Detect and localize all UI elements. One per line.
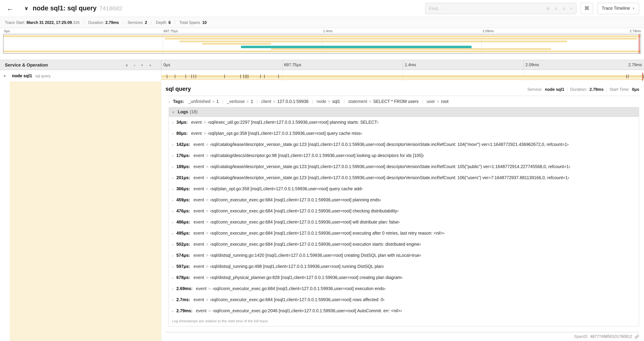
tag-item[interactable]: _unfinished=1: [188, 99, 219, 104]
ruler-tick-label: 1.4ms: [403, 62, 416, 67]
collapse-all-icon[interactable]: »: [140, 64, 144, 66]
logs-footnote: Log timestamps are relative to the start…: [169, 316, 639, 326]
log-entry[interactable]: ›597μs:event=‹sql/distsql_running.go:498…: [169, 261, 639, 272]
log-field-value: ‹sql/distsql_physical_planner.go:828 [ns…: [210, 275, 403, 280]
span-bar-area[interactable]: [161, 70, 644, 82]
logs-header[interactable]: ∨ Logs (18): [169, 107, 639, 117]
log-entry[interactable]: ›459μs:event=‹sql/conn_executor_exec.go:…: [169, 194, 639, 205]
service-operation-header: Service & Operation ∨›»»: [0, 60, 161, 70]
log-entry[interactable]: ›476μs:event=‹sql/conn_executor_exec.go:…: [169, 205, 639, 217]
span-bar[interactable]: [161, 78, 644, 80]
tag-item[interactable]: user=root: [426, 99, 448, 104]
tag-item[interactable]: node=sql1: [317, 99, 340, 104]
tags-row[interactable]: › Tags: _unfinished=1|_verbose=1|client=…: [168, 96, 639, 107]
keyboard-shortcuts-button[interactable]: ⌘: [581, 3, 593, 14]
summary-value: 2.79ms: [106, 20, 119, 25]
log-entry[interactable]: ›142μs:event=‹sql/catalog/lease/descript…: [169, 139, 639, 150]
log-field-name: event: [191, 131, 202, 136]
clear-search-icon[interactable]: ×: [570, 6, 573, 11]
log-field-value: ‹sql/catalog/descs/descriptor.go:98 [nsq…: [210, 153, 424, 158]
log-entry[interactable]: ›502μs:event=‹sql/conn_executor_exec.go:…: [169, 239, 639, 250]
jaeger-trace-page: ← ∨ node sql1: sql query7418682 ⊕∧∨× ⌘ T…: [0, 0, 644, 341]
span-id-label: SpanID:: [574, 334, 588, 338]
summary-item-duration: Duration2.79ms: [84, 20, 123, 25]
back-button[interactable]: ←: [4, 3, 16, 14]
logs-section: ∨ Logs (18) ›34μs:event=‹sql/exec_util.g…: [168, 107, 639, 326]
top-bar-controls: ⊕∧∨× ⌘ Trace Timeline ∨: [425, 3, 639, 14]
log-field-value: ‹sql/exec_util.go:2297 [nsql1,client=127…: [208, 120, 378, 125]
tag-separator: |: [256, 99, 258, 104]
log-field-value: ‹sql/conn_executor_exec.go:684 [nsql1,cl…: [210, 297, 384, 302]
log-event-tick: [278, 75, 279, 78]
tag-key: _unfinished: [188, 99, 210, 104]
log-timestamp: 459μs:: [176, 198, 190, 202]
expand-all-icon[interactable]: »: [149, 63, 151, 67]
log-field-name: event: [194, 186, 204, 191]
trace-end-marker: [639, 34, 640, 53]
log-entry[interactable]: ›574μs:event=‹sql/distsql_running.go:142…: [169, 250, 639, 261]
chevron-right-icon: ›: [172, 242, 173, 246]
log-entry[interactable]: ›2.7ms:event=‹sql/conn_executor_exec.go:…: [169, 294, 639, 305]
tag-item[interactable]: _verbose=1: [227, 99, 253, 104]
equals-sign: =: [208, 308, 211, 313]
log-entry[interactable]: ›486μs:event=‹sql/conn_executor_exec.go:…: [169, 217, 639, 228]
tag-value: root: [441, 99, 448, 104]
tag-item[interactable]: statement=SELECT * FROM users: [348, 99, 418, 104]
log-field-name: event: [196, 308, 206, 313]
summary-item-depth: Depth6: [151, 20, 175, 25]
log-field-name: event: [194, 164, 204, 169]
chevron-right-icon: ›: [172, 276, 173, 279]
chevron-right-icon: ›: [172, 265, 173, 268]
minimap-canvas[interactable]: [3, 34, 641, 54]
find-input[interactable]: [429, 6, 542, 11]
expand-one-icon[interactable]: ›: [134, 63, 135, 67]
log-entry[interactable]: ›176μs:event=‹sql/catalog/descs/descript…: [169, 150, 639, 161]
log-entry[interactable]: ›80μs:event=‹sql/plan_opt.go:358 [nsql1,…: [169, 128, 639, 139]
log-field-value: ‹sql/plan_opt.go:358 [nsql1,client=127.0…: [210, 186, 363, 191]
prev-result-icon[interactable]: ∧: [554, 6, 558, 11]
log-entry[interactable]: ›201μs:event=‹sql/catalog/lease/descript…: [169, 172, 639, 183]
duration-label: Duration:: [570, 87, 587, 92]
summary-value-fraction: .326: [72, 20, 80, 25]
log-field-value: ‹sql/distsql_running.go:498 [nsql1,clien…: [210, 264, 384, 269]
collapse-one-icon[interactable]: ∨: [125, 63, 128, 68]
next-result-icon[interactable]: ∨: [562, 6, 566, 11]
find-icons: ⊕∧∨×: [542, 6, 573, 11]
chevron-right-icon: ›: [172, 253, 173, 257]
tag-value: 1: [216, 99, 219, 104]
log-timestamp: 80μs:: [176, 131, 188, 136]
log-entry[interactable]: ›2.69ms:event=‹sql/conn_executor_exec.go…: [169, 283, 639, 294]
log-entry[interactable]: ›34μs:event=‹sql/exec_util.go:2297 [nsql…: [169, 117, 639, 128]
minimap-gridline: [163, 34, 163, 53]
deep-link-icon[interactable]: [635, 334, 639, 339]
meta-separator: |: [606, 87, 607, 92]
chevron-down-icon[interactable]: ∨: [4, 74, 6, 78]
span-detail-header: sql query Service: node sql1 | Duration:…: [166, 86, 639, 92]
log-field-name: event: [194, 198, 204, 202]
service-operation-title: Service & Operation: [5, 62, 120, 67]
log-entry[interactable]: ›495μs:event=‹sql/conn_executor_exec.go:…: [169, 228, 639, 239]
trace-title-chevron-icon[interactable]: ∨: [24, 5, 28, 12]
view-selector-button[interactable]: Trace Timeline ∨: [597, 3, 639, 14]
start-time-value: 0μs: [632, 87, 639, 92]
zoom-plus-icon[interactable]: ⊕: [546, 6, 550, 11]
summary-label: Trace Start: [5, 20, 24, 25]
tag-item[interactable]: client=127.0.0.1:59936: [261, 99, 308, 104]
log-entry[interactable]: ›366μs:event=‹sql/plan_opt.go:358 [nsql1…: [169, 183, 639, 194]
log-entry[interactable]: ›2.79ms:event=‹sql/conn_executor_exec.go…: [169, 305, 639, 316]
span-name-cell[interactable]: ∨ node sql1 sql query: [0, 70, 161, 82]
summary-value: 10: [202, 20, 207, 25]
log-entry[interactable]: ›189μs:event=‹sql/catalog/lease/descript…: [169, 161, 639, 172]
log-timestamp: 176μs:: [176, 153, 190, 158]
page-title: node sql1: sql query7418682: [32, 5, 122, 12]
log-field-name: event: [191, 120, 202, 125]
minimap-tick-label: 2.09ms: [482, 29, 494, 33]
log-entry[interactable]: ›678μs:event=‹sql/distsql_physical_plann…: [169, 272, 639, 283]
log-timestamp: 2.7ms:: [176, 297, 190, 302]
tag-list: _unfinished=1|_verbose=1|client=127.0.0.…: [188, 99, 448, 104]
span-bar[interactable]: [161, 75, 644, 78]
chevron-right-icon: ›: [172, 132, 173, 135]
span-row[interactable]: ∨ node sql1 sql query: [0, 70, 644, 82]
start-time-label: Start Time:: [610, 87, 630, 92]
equals-sign: =: [273, 99, 276, 104]
